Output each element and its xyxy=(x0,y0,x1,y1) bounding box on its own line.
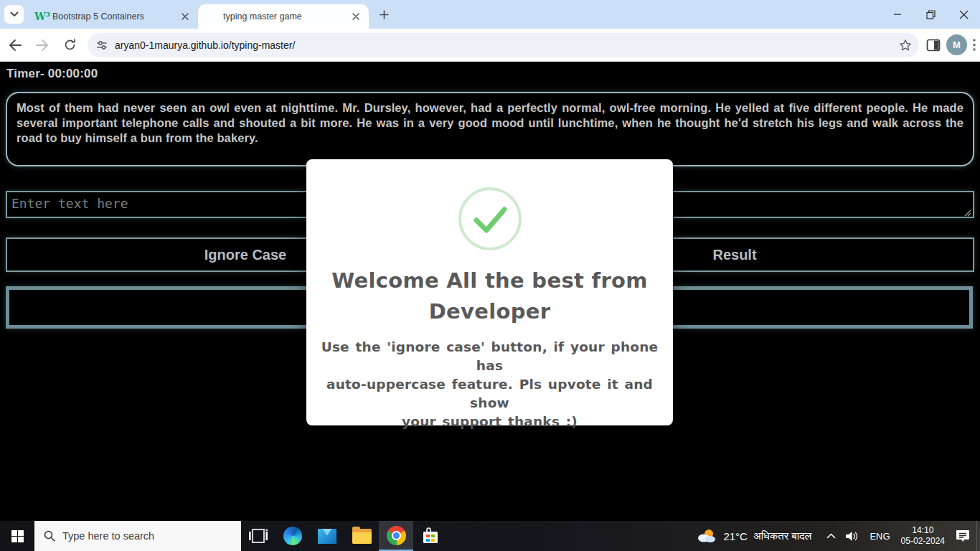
star-icon xyxy=(899,39,912,52)
browser-titlebar: W³ Bootstrap 5 Containers typing master … xyxy=(0,0,980,29)
task-view-button[interactable] xyxy=(241,521,275,551)
tab-close-icon[interactable] xyxy=(179,11,191,23)
restore-icon xyxy=(926,10,936,19)
chrome-taskbar-button[interactable] xyxy=(379,521,413,551)
plus-icon xyxy=(380,10,389,19)
modal-body-line: auto-uppercase feature. Pls upvote it an… xyxy=(306,375,673,413)
chrome-icon xyxy=(387,526,406,545)
show-desktop-button[interactable] xyxy=(976,521,980,551)
tab-close-icon[interactable] xyxy=(349,11,362,23)
windows-logo-icon xyxy=(11,530,24,542)
mail-taskbar-button[interactable] xyxy=(310,521,344,551)
weather-condition: अधिकतर बादल xyxy=(753,529,812,542)
weather-widget[interactable]: 21°C अधिकतर बादल xyxy=(696,528,811,544)
toolbar-right: M xyxy=(926,34,976,55)
edge-taskbar-button[interactable] xyxy=(275,521,310,551)
address-bar[interactable]: aryan0-1maurya.github.io/typing-master/ xyxy=(88,33,919,57)
notification-icon xyxy=(956,529,970,543)
site-settings-icon xyxy=(96,39,108,51)
forward-icon xyxy=(36,39,49,51)
browser-menu-button[interactable] xyxy=(973,39,976,51)
speaker-icon xyxy=(846,531,859,542)
minimize-button[interactable] xyxy=(881,0,914,29)
browser-toolbar: aryan0-1maurya.github.io/typing-master/ … xyxy=(0,29,980,62)
boy-avatar-icon xyxy=(205,11,217,22)
chevron-up-icon xyxy=(826,533,836,539)
welcome-modal: Welcome All the best from Developer Use … xyxy=(306,159,673,425)
webpage-typing-master: Timer- 00:00:00 Most of them had never s… xyxy=(0,62,980,521)
weather-sun-cloud-icon xyxy=(696,528,717,544)
microsoft-store-taskbar-button[interactable] xyxy=(413,521,448,551)
screen: W³ Bootstrap 5 Containers typing master … xyxy=(0,0,980,551)
chevron-down-icon xyxy=(10,11,19,17)
file-explorer-icon xyxy=(352,529,372,544)
taskbar-tray: 21°C अधिकतर बादल ENG 14:10 05-02-2024 xyxy=(696,521,980,551)
w3schools-logo-icon: W³ xyxy=(34,11,46,22)
search-placeholder: Type here to search xyxy=(62,530,154,542)
action-center-button[interactable] xyxy=(951,521,975,551)
side-panel-icon xyxy=(926,38,941,52)
modal-body: Use the 'ignore case' button, if your ph… xyxy=(306,338,673,431)
start-button[interactable] xyxy=(0,521,34,551)
forward-button[interactable] xyxy=(30,33,55,57)
temperature: 21°C xyxy=(723,530,748,542)
volume-button[interactable] xyxy=(841,521,864,551)
tab-title: typing master game xyxy=(223,11,349,22)
close-window-button[interactable] xyxy=(947,0,980,29)
modal-heading: Welcome All the best from Developer xyxy=(306,265,673,327)
task-view-icon xyxy=(249,529,268,543)
modal-heading-line: Developer xyxy=(306,296,673,327)
close-icon xyxy=(959,10,969,19)
modal-heading-line: Welcome All the best from xyxy=(306,265,673,296)
profile-avatar[interactable]: M xyxy=(946,34,967,55)
back-icon xyxy=(9,39,22,51)
tab-search-button[interactable] xyxy=(4,5,24,24)
target-paragraph: Most of them had never seen an owl even … xyxy=(17,100,963,146)
bookmark-star-button[interactable] xyxy=(899,39,912,52)
new-tab-button[interactable] xyxy=(374,5,393,24)
modal-body-line: Use the 'ignore case' button, if your ph… xyxy=(306,338,673,375)
three-dot-menu-icon xyxy=(973,39,976,51)
tab-bootstrap-containers[interactable]: W³ Bootstrap 5 Containers xyxy=(27,4,198,29)
tab-typing-master-game[interactable]: typing master game xyxy=(198,4,369,29)
mail-icon xyxy=(318,529,336,544)
edge-icon xyxy=(283,527,302,545)
timer-display: Timer- 00:00:00 xyxy=(6,67,98,81)
window-controls xyxy=(881,0,980,29)
reload-icon xyxy=(64,39,76,51)
restore-button[interactable] xyxy=(914,0,947,29)
back-button[interactable] xyxy=(3,33,27,57)
check-circle-icon xyxy=(458,187,522,251)
microsoft-store-icon xyxy=(422,527,439,545)
minimize-icon xyxy=(893,10,902,19)
windows-taskbar: Type here to search 21°C अधिकतर बादल xyxy=(0,521,980,551)
clock-widget[interactable]: 14:10 05-02-2024 xyxy=(895,525,951,547)
search-icon xyxy=(44,530,55,542)
language-indicator[interactable]: ENG xyxy=(864,521,895,551)
file-explorer-taskbar-button[interactable] xyxy=(344,521,379,551)
reload-button[interactable] xyxy=(57,33,82,57)
modal-body-line: your support thanks :) xyxy=(306,413,673,431)
taskbar-search-box[interactable]: Type here to search xyxy=(34,521,241,551)
url-text: aryan0-1maurya.github.io/typing-master/ xyxy=(115,39,899,51)
date-text: 05-02-2024 xyxy=(901,536,945,547)
time-text: 14:10 xyxy=(901,525,945,536)
target-text-box: Most of them had never seen an owl even … xyxy=(6,92,974,166)
tray-overflow-button[interactable] xyxy=(821,521,841,551)
tab-title: Bootstrap 5 Containers xyxy=(52,11,179,22)
side-panel-button[interactable] xyxy=(926,38,941,52)
success-check-wrap xyxy=(306,187,673,251)
